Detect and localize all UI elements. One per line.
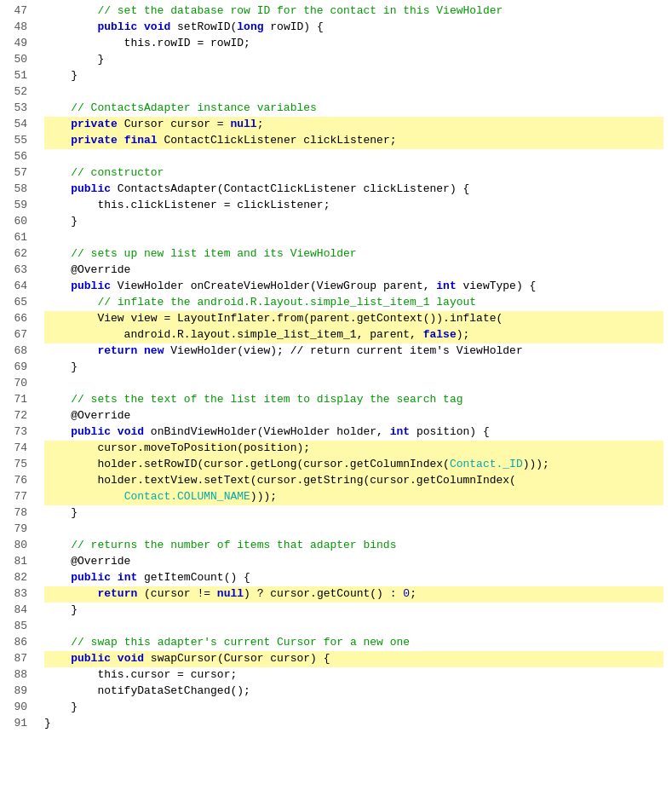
code-line <box>44 84 663 101</box>
line-number: 56 <box>0 149 36 165</box>
code-line: // inflate the android.R.layout.simple_l… <box>44 295 663 311</box>
line-number-gutter: 4748495051525354555657585960616263646566… <box>0 3 44 732</box>
code-line: } <box>44 214 663 230</box>
line-number: 75 <box>0 457 36 473</box>
code-line: holder.textView.setText(cursor.getString… <box>44 473 663 489</box>
line-number: 85 <box>0 619 36 635</box>
code-line: Contact.COLUMN_NAME))); <box>44 489 663 505</box>
code-line: return new ViewHolder(view); // return c… <box>44 343 663 360</box>
line-number: 74 <box>0 441 36 457</box>
line-number: 82 <box>0 570 36 586</box>
line-number: 71 <box>0 392 36 408</box>
line-number: 81 <box>0 554 36 570</box>
line-number: 90 <box>0 700 36 716</box>
line-number: 58 <box>0 182 36 198</box>
code-line <box>44 149 663 165</box>
line-number: 52 <box>0 84 36 101</box>
code-line: View view = LayoutInflater.from(parent.g… <box>44 311 663 327</box>
line-number: 61 <box>0 230 36 246</box>
code-line: // ContactsAdapter instance variables <box>44 101 663 117</box>
line-number: 68 <box>0 343 36 360</box>
line-number: 80 <box>0 538 36 554</box>
code-line <box>44 376 663 392</box>
line-number: 60 <box>0 214 36 230</box>
code-line: // set the database row ID for the conta… <box>44 3 663 20</box>
code-line: cursor.moveToPosition(position); <box>44 441 663 457</box>
code-viewer: 4748495051525354555657585960616263646566… <box>0 0 672 735</box>
line-number: 83 <box>0 586 36 603</box>
code-line: android.R.layout.simple_list_item_1, par… <box>44 327 663 343</box>
code-line: @Override <box>44 262 663 279</box>
code-line: public ViewHolder onCreateViewHolder(Vie… <box>44 279 663 295</box>
code-line: } <box>44 360 663 376</box>
code-line <box>44 230 663 246</box>
line-number: 51 <box>0 68 36 84</box>
code-content: // set the database row ID for the conta… <box>44 3 672 732</box>
line-number: 50 <box>0 52 36 68</box>
code-line: } <box>44 68 663 84</box>
line-number: 62 <box>0 246 36 262</box>
code-line: public void onBindViewHolder(ViewHolder … <box>44 424 663 441</box>
code-line: @Override <box>44 408 663 424</box>
line-number: 65 <box>0 295 36 311</box>
code-line: // swap this adapter's current Cursor fo… <box>44 635 663 651</box>
code-line: public void setRowID(long rowID) { <box>44 20 663 36</box>
line-number: 69 <box>0 360 36 376</box>
code-line: private final ContactClickListener click… <box>44 133 663 149</box>
code-line: this.cursor = cursor; <box>44 667 663 684</box>
line-number: 73 <box>0 424 36 441</box>
line-number: 59 <box>0 198 36 214</box>
code-line: this.rowID = rowID; <box>44 36 663 52</box>
code-line: // sets the text of the list item to dis… <box>44 392 663 408</box>
line-number: 89 <box>0 684 36 700</box>
line-number: 66 <box>0 311 36 327</box>
code-line: } <box>44 603 663 619</box>
code-line: } <box>44 505 663 522</box>
line-number: 67 <box>0 327 36 343</box>
line-number: 63 <box>0 262 36 279</box>
code-line: public void swapCursor(Cursor cursor) { <box>44 651 663 667</box>
code-line: } <box>44 716 663 732</box>
code-line: public int getItemCount() { <box>44 570 663 586</box>
line-number: 78 <box>0 505 36 522</box>
line-number: 84 <box>0 603 36 619</box>
code-line: @Override <box>44 554 663 570</box>
code-line: } <box>44 700 663 716</box>
line-number: 88 <box>0 667 36 684</box>
line-number: 79 <box>0 522 36 538</box>
code-line: // constructor <box>44 165 663 182</box>
code-line <box>44 522 663 538</box>
line-number: 47 <box>0 3 36 20</box>
code-line: // returns the number of items that adap… <box>44 538 663 554</box>
line-number: 76 <box>0 473 36 489</box>
code-line: } <box>44 52 663 68</box>
line-number: 86 <box>0 635 36 651</box>
line-number: 72 <box>0 408 36 424</box>
line-number: 48 <box>0 20 36 36</box>
code-line: this.clickListener = clickListener; <box>44 198 663 214</box>
line-number: 70 <box>0 376 36 392</box>
code-line: return (cursor != null) ? cursor.getCoun… <box>44 586 663 603</box>
line-number: 64 <box>0 279 36 295</box>
line-number: 55 <box>0 133 36 149</box>
line-number: 54 <box>0 117 36 133</box>
line-number: 57 <box>0 165 36 182</box>
line-number: 49 <box>0 36 36 52</box>
line-number: 91 <box>0 716 36 732</box>
code-line <box>44 619 663 635</box>
line-number: 53 <box>0 101 36 117</box>
code-line: holder.setRowID(cursor.getLong(cursor.ge… <box>44 457 663 473</box>
line-number: 87 <box>0 651 36 667</box>
code-line: public ContactsAdapter(ContactClickListe… <box>44 182 663 198</box>
line-number: 77 <box>0 489 36 505</box>
code-line: notifyDataSetChanged(); <box>44 684 663 700</box>
code-line: private Cursor cursor = null; <box>44 117 663 133</box>
code-line: // sets up new list item and its ViewHol… <box>44 246 663 262</box>
